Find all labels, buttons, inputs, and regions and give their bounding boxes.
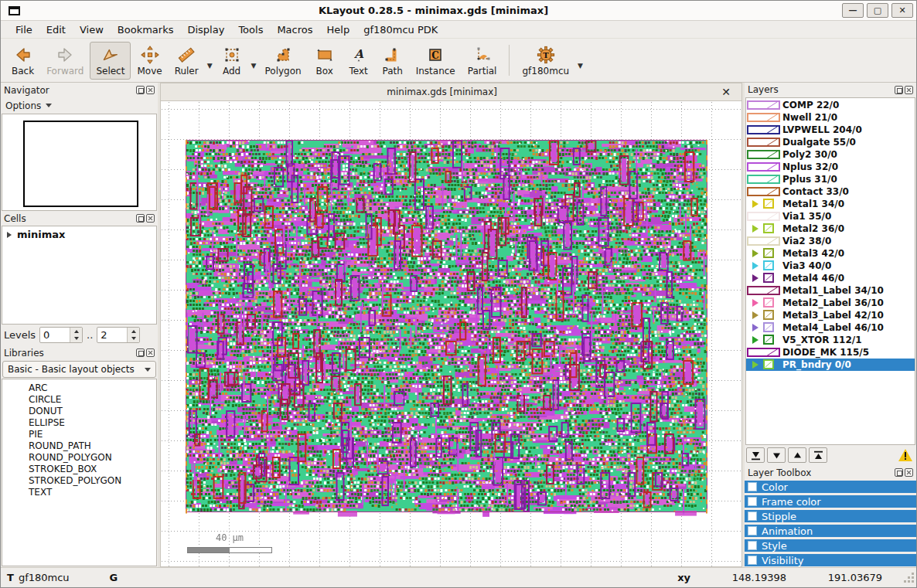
layer-style-swatch[interactable] bbox=[747, 348, 780, 357]
close-panel-icon[interactable] bbox=[146, 86, 155, 94]
spinner-arrows[interactable] bbox=[70, 328, 82, 342]
text-button[interactable]: AText bbox=[342, 42, 376, 80]
layer-style-swatch[interactable] bbox=[747, 162, 780, 172]
menu-macros[interactable]: Macros bbox=[270, 22, 319, 37]
layer-style-swatch[interactable] bbox=[763, 322, 774, 332]
layer-style-swatch[interactable] bbox=[747, 212, 780, 221]
layer-row-v5_xtor[interactable]: V5_XTOR 112/1 bbox=[746, 334, 915, 346]
menu-edit[interactable]: Edit bbox=[39, 22, 73, 37]
move-layer-top-button[interactable] bbox=[809, 447, 827, 463]
layer-row-via3[interactable]: Via3 40/0 bbox=[746, 260, 915, 272]
layout-canvas[interactable] bbox=[161, 101, 742, 566]
cell-item-minimax[interactable]: minimax bbox=[2, 228, 156, 241]
toolbox-row-frame-color[interactable]: Frame color bbox=[745, 495, 916, 508]
layer-row-metal4_label[interactable]: Metal4_Label 46/10 bbox=[746, 321, 915, 334]
layer-row-metal3[interactable]: Metal3 42/0 bbox=[746, 247, 915, 260]
layer-style-swatch[interactable] bbox=[747, 286, 780, 295]
toolbox-row-animation[interactable]: Animation bbox=[745, 525, 916, 537]
layer-row-poly2[interactable]: Poly2 30/0 bbox=[746, 148, 915, 161]
layer-row-contact[interactable]: Contact 33/0 bbox=[746, 185, 915, 198]
checkbox[interactable] bbox=[748, 482, 757, 491]
menu-display[interactable]: Display bbox=[180, 22, 231, 37]
move-layer-up-button[interactable] bbox=[788, 447, 806, 463]
layer-row-metal2_label[interactable]: Metal2_Label 36/10 bbox=[746, 297, 915, 309]
layer-row-lvpwell[interactable]: LVPWELL 204/0 bbox=[746, 124, 915, 136]
resize-grip[interactable] bbox=[904, 573, 915, 583]
layer-style-swatch[interactable] bbox=[763, 297, 774, 308]
layer-style-swatch[interactable] bbox=[763, 199, 774, 209]
minimize-button[interactable]: — bbox=[842, 3, 864, 18]
back-button[interactable]: Back bbox=[5, 42, 40, 80]
spinner-arrows[interactable] bbox=[127, 328, 139, 342]
levels-from-spinner[interactable]: 0 bbox=[39, 327, 83, 343]
layer-row-dualgate[interactable]: Dualgate 55/0 bbox=[746, 136, 915, 148]
float-panel-icon[interactable] bbox=[895, 468, 903, 477]
layer-row-diode_mk[interactable]: DIODE_MK 115/5 bbox=[746, 346, 915, 359]
instance-button[interactable]: CInstance bbox=[410, 42, 462, 80]
menu-help[interactable]: Help bbox=[320, 22, 357, 37]
library-item-stroked_box[interactable]: STROKED_BOX bbox=[29, 464, 156, 475]
layer-style-swatch[interactable] bbox=[763, 248, 774, 258]
toolbox-row-style[interactable]: Style bbox=[745, 539, 916, 552]
menu-bookmarks[interactable]: Bookmarks bbox=[111, 22, 181, 37]
maximize-button[interactable]: ▢ bbox=[867, 3, 888, 18]
toolbox-row-color[interactable]: Color bbox=[745, 481, 916, 493]
close-panel-icon[interactable] bbox=[146, 348, 155, 357]
expander-icon[interactable] bbox=[7, 232, 12, 238]
layer-style-swatch[interactable] bbox=[763, 310, 774, 320]
view-tab[interactable]: minimax.gds [minimax] ✕ bbox=[160, 83, 742, 101]
path-button[interactable]: Path bbox=[376, 42, 410, 80]
layer-style-swatch[interactable] bbox=[747, 150, 780, 159]
move-layer-bottom-button[interactable] bbox=[746, 447, 765, 463]
library-item-circle[interactable]: CIRCLE bbox=[29, 394, 156, 406]
box-button[interactable]: Box bbox=[308, 42, 342, 80]
navigator-view[interactable] bbox=[2, 114, 157, 211]
chevron-down-icon[interactable]: ▼ bbox=[575, 62, 585, 70]
library-item-text[interactable]: TEXT bbox=[29, 487, 156, 498]
toolbox-row-visibility[interactable]: Visibility bbox=[745, 554, 916, 566]
menu-tools[interactable]: Tools bbox=[231, 22, 270, 37]
checkbox[interactable] bbox=[748, 512, 757, 521]
layer-style-swatch[interactable] bbox=[747, 175, 780, 184]
add-button[interactable]: Add bbox=[215, 42, 249, 80]
float-panel-icon[interactable] bbox=[136, 348, 145, 357]
layer-style-swatch[interactable] bbox=[763, 273, 774, 283]
layer-row-via1[interactable]: Via1 35/0 bbox=[746, 210, 915, 223]
partial-button[interactable]: Partial bbox=[462, 42, 503, 80]
layer-row-pr_bndry[interactable]: PR_bndry 0/0 bbox=[746, 359, 915, 371]
close-panel-icon[interactable] bbox=[905, 468, 913, 477]
float-panel-icon[interactable] bbox=[895, 86, 903, 94]
menu-file[interactable]: File bbox=[9, 22, 39, 37]
checkbox[interactable] bbox=[748, 556, 757, 565]
layer-style-swatch[interactable] bbox=[763, 359, 774, 369]
menu-view[interactable]: View bbox=[73, 22, 111, 37]
polygon-button[interactable]: Polygon bbox=[259, 42, 308, 80]
library-item-donut[interactable]: DONUT bbox=[29, 406, 156, 417]
float-panel-icon[interactable] bbox=[136, 214, 145, 223]
close-panel-icon[interactable] bbox=[905, 86, 913, 94]
layer-style-swatch[interactable] bbox=[763, 260, 774, 270]
chevron-down-icon[interactable]: ▼ bbox=[249, 62, 259, 70]
layer-style-swatch[interactable] bbox=[747, 187, 780, 196]
layer-row-comp[interactable]: COMP 22/0 bbox=[746, 99, 915, 111]
layer-style-swatch[interactable] bbox=[747, 100, 780, 110]
library-item-ellipse[interactable]: ELLIPSE bbox=[29, 417, 156, 429]
layer-row-metal3_label[interactable]: Metal3_Label 42/10 bbox=[746, 309, 915, 321]
layer-row-metal1_label[interactable]: Metal1_Label 34/10 bbox=[746, 284, 915, 297]
tab-close-icon[interactable]: ✕ bbox=[717, 86, 735, 98]
layer-row-via2[interactable]: Via2 38/0 bbox=[746, 235, 915, 247]
warning-icon[interactable] bbox=[898, 449, 913, 462]
close-panel-icon[interactable] bbox=[146, 214, 155, 223]
layout-viewport[interactable]: 40 µm bbox=[160, 101, 742, 567]
select-button[interactable]: Select bbox=[90, 42, 131, 80]
library-item-pie[interactable]: PIE bbox=[29, 429, 156, 440]
layer-row-pplus[interactable]: Pplus 31/0 bbox=[746, 173, 915, 185]
layer-row-nplus[interactable]: Nplus 32/0 bbox=[746, 161, 915, 173]
layer-style-swatch[interactable] bbox=[747, 138, 780, 147]
library-item-round_path[interactable]: ROUND_PATH bbox=[29, 440, 156, 452]
library-item-stroked_polygon[interactable]: STROKED_POLYGON bbox=[29, 475, 156, 487]
layer-style-swatch[interactable] bbox=[747, 113, 780, 122]
levels-to-spinner[interactable]: 2 bbox=[97, 327, 140, 343]
checkbox[interactable] bbox=[748, 526, 757, 535]
close-button[interactable]: ✕ bbox=[891, 3, 913, 18]
